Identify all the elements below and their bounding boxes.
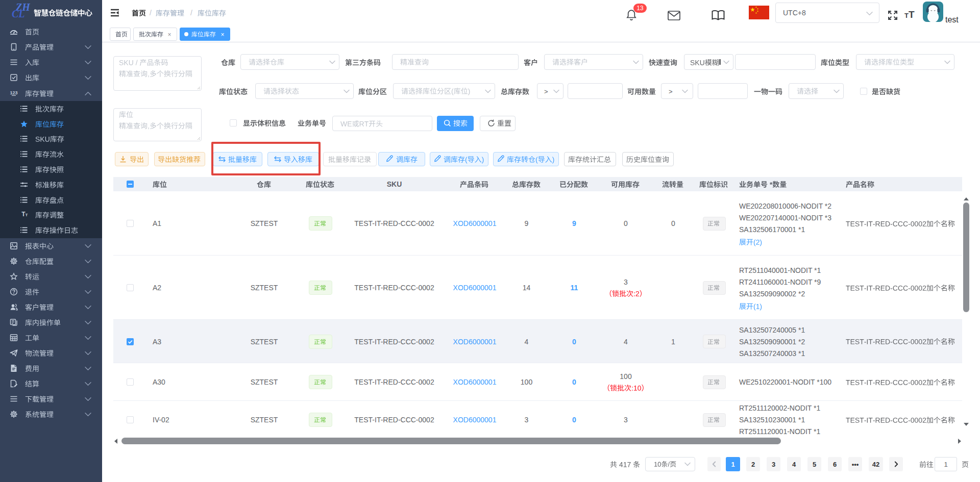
svg-text:123: 123 bbox=[10, 90, 17, 95]
svg-text:T: T bbox=[26, 213, 28, 217]
